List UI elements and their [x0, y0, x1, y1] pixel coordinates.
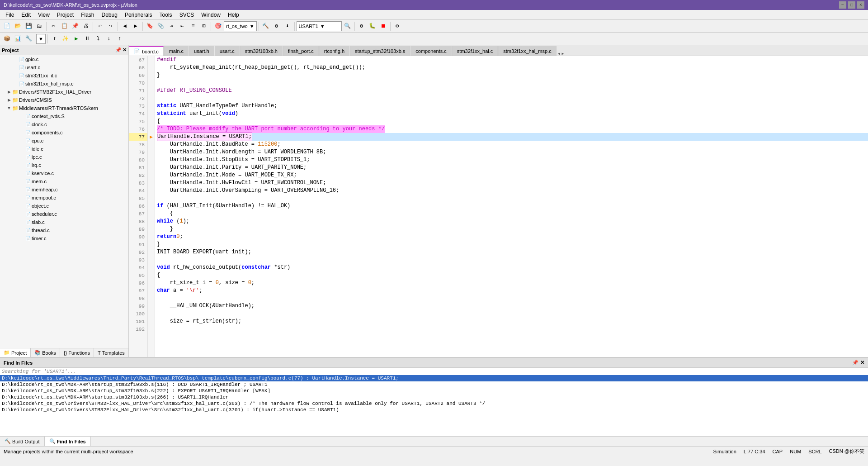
tree-item[interactable]: ▼📁Middlewares/RT-Thread/RTOS/kern: [0, 104, 128, 112]
code-line[interactable]: if (HAL_UART_Init(&UartHandle) != HAL_OK…: [157, 202, 868, 210]
tab-find-in-files[interactable]: 🔍 Find In Files: [45, 437, 91, 446]
code-line[interactable]: UartHandle.Init.HwFlowCtl = UART_HWCONTR…: [157, 179, 868, 187]
tree-item[interactable]: 📄stm32f1xx_it.c: [0, 71, 128, 80]
copy-button[interactable]: 📋: [59, 21, 69, 31]
code-line[interactable]: [157, 310, 868, 318]
tab-startup[interactable]: startup_stm32f103xb.s: [350, 46, 410, 56]
target-chevron[interactable]: ▼: [250, 24, 255, 29]
usart-chevron[interactable]: ▼: [320, 24, 325, 29]
new-file-button[interactable]: 📄: [2, 21, 12, 31]
tree-item[interactable]: 📄memheap.c: [0, 185, 128, 194]
code-line[interactable]: #endif: [157, 56, 868, 64]
code-line[interactable]: {: [157, 118, 868, 125]
menu-flash[interactable]: Flash: [77, 11, 98, 19]
code-line[interactable]: INIT_BOARD_EXPORT(uart_init);: [157, 248, 868, 256]
bookmark2-button[interactable]: 📎: [156, 21, 165, 31]
code-content[interactable]: #endif rt_system_heap_init(rt_heap_begin…: [155, 56, 868, 357]
tabs-scroll-right[interactable]: ▶: [561, 52, 565, 56]
tree-item[interactable]: 📄cpu.c: [0, 137, 128, 145]
code-line[interactable]: rt_system_heap_init(rt_heap_begin_get(),…: [157, 64, 868, 71]
tb2-1[interactable]: 📦: [2, 34, 12, 44]
code-line[interactable]: /* TODO: Please modify the UART port num…: [157, 125, 868, 133]
tab-board-c[interactable]: 📄 board.c: [129, 46, 164, 56]
code-line[interactable]: [157, 256, 868, 264]
debug-options-button[interactable]: ⚙: [357, 21, 367, 31]
step-over-btn[interactable]: ⤵: [93, 34, 103, 44]
step-into-btn[interactable]: ↓: [104, 34, 114, 44]
arrow-btn[interactable]: ⬆: [50, 34, 60, 44]
tb2-dropdown[interactable]: ▼: [36, 34, 46, 44]
target-dropdown[interactable]: rt_os_two ▼: [224, 21, 257, 31]
print-button[interactable]: 🖨: [81, 21, 91, 31]
save-all-button[interactable]: 🗂: [34, 21, 44, 31]
tree-item[interactable]: 📄ipc.c: [0, 153, 128, 161]
find-result[interactable]: D:\keilcode\rt_os_two\Middlewares\Third_…: [0, 375, 868, 381]
debug-button[interactable]: 🐛: [368, 21, 377, 31]
nav-forward-button[interactable]: ▶: [131, 21, 141, 31]
format1-button[interactable]: ≡: [188, 21, 198, 31]
tree-item[interactable]: 📄gpio.c: [0, 55, 128, 63]
usart-dropdown[interactable]: USART1 ▼: [297, 21, 342, 31]
find-result[interactable]: D:\keilcode\rt_os_two\Drivers\STM32Flxx_…: [0, 400, 868, 407]
undo-button[interactable]: ↩: [95, 21, 105, 31]
tree-item[interactable]: 📄timer.c: [0, 234, 128, 243]
tree-item[interactable]: 📄object.c: [0, 202, 128, 210]
menu-edit[interactable]: Edit: [18, 11, 34, 19]
bookmark-button[interactable]: 🔖: [145, 21, 155, 31]
menu-tools[interactable]: Tools: [156, 11, 176, 19]
minimize-button[interactable]: −: [839, 1, 846, 9]
tb2-2[interactable]: 📊: [13, 34, 23, 44]
find-result[interactable]: D:\keilcode\rt_os_two\Drivers\STM32Flxx_…: [0, 407, 868, 413]
build-button[interactable]: 🔨: [261, 21, 271, 31]
tab-usart-h[interactable]: usart.h: [189, 46, 214, 56]
tree-item[interactable]: 📄usart.c: [0, 63, 128, 71]
rebuild-button[interactable]: ⚙: [272, 21, 282, 31]
tree-item[interactable]: 📄components.c: [0, 128, 128, 137]
code-line[interactable]: [157, 95, 868, 102]
download-button[interactable]: ⬇: [283, 21, 292, 31]
menu-project[interactable]: Project: [53, 11, 77, 19]
tab-hal-msp-c[interactable]: stm32f1xx_hal_msp.c: [498, 46, 556, 56]
tree-item[interactable]: 📄context_rvds.S: [0, 112, 128, 120]
tree-item[interactable]: 📄irq.c: [0, 161, 128, 169]
tab-rtconfig-h[interactable]: rtconfig.h: [319, 46, 349, 56]
tree-item[interactable]: ▶📁Drivers/STM32F1xx_HAL_Driver: [0, 88, 128, 96]
save-button[interactable]: 💾: [24, 21, 33, 31]
titlebar-controls[interactable]: − □ ×: [839, 1, 864, 9]
code-line[interactable]: while (1);: [157, 218, 868, 225]
tab-functions[interactable]: {} Functions: [60, 348, 94, 357]
code-line[interactable]: [157, 79, 868, 87]
code-line[interactable]: {: [157, 271, 868, 279]
run-btn[interactable]: ▶: [71, 34, 81, 44]
code-line[interactable]: UartHandle.Init.WordLength = UART_WORDLE…: [157, 148, 868, 156]
menu-help[interactable]: Help: [224, 11, 243, 19]
code-line[interactable]: UartHandle.Init.Parity = UART_PARITY_NON…: [157, 164, 868, 171]
tree-item[interactable]: 📄idle.c: [0, 145, 128, 153]
code-line[interactable]: UartHandle.Init.BaudRate = 115200;: [157, 141, 868, 148]
menu-view[interactable]: View: [34, 11, 53, 19]
code-line[interactable]: [157, 325, 868, 333]
nav-back-button[interactable]: ◀: [120, 21, 130, 31]
close-button[interactable]: ×: [857, 1, 864, 9]
code-line[interactable]: char a = '\r';: [157, 287, 868, 295]
redo-button[interactable]: ↪: [106, 21, 116, 31]
tab-hal-c[interactable]: stm32f1xx_hal.c: [452, 46, 498, 56]
tab-books[interactable]: 📚 Books: [31, 348, 60, 357]
pause-btn[interactable]: ⏸: [82, 34, 92, 44]
code-line[interactable]: }: [157, 241, 868, 248]
tree-item[interactable]: 📄mem.c: [0, 177, 128, 185]
tree-item[interactable]: 📄scheduler.c: [0, 210, 128, 218]
find-button[interactable]: 🔍: [343, 21, 353, 31]
maximize-button[interactable]: □: [848, 1, 855, 9]
project-close-button[interactable]: ✕: [123, 47, 127, 53]
tree-item[interactable]: 📄clock.c: [0, 120, 128, 128]
menu-file[interactable]: File: [2, 11, 18, 19]
tree-item[interactable]: 📄thread.c: [0, 226, 128, 234]
tab-stm32f103xb-h[interactable]: stm32f103xb.h: [240, 46, 283, 56]
code-line[interactable]: UartHandle.Init.Mode = UART_MODE_TX_RX;: [157, 171, 868, 179]
tab-templates[interactable]: T Templates: [94, 348, 129, 357]
tab-build-output[interactable]: 🔨 Build Output: [0, 437, 45, 446]
code-line[interactable]: void rt_hw_console_output(const char *st…: [157, 264, 868, 271]
find-result[interactable]: D:\keilcode\rt_os_two\MDK-ARM\startup_st…: [0, 388, 868, 394]
code-line[interactable]: size = rt_strlen(str);: [157, 318, 868, 325]
